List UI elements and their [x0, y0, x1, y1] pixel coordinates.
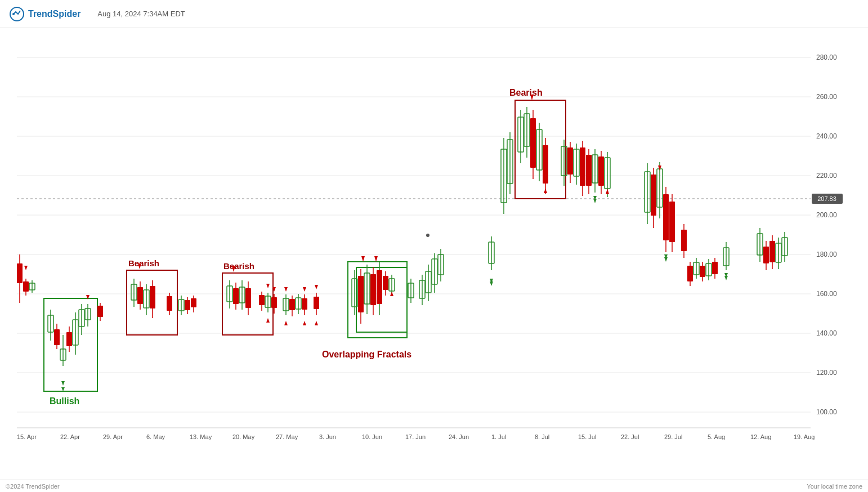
svg-text:19. Aug: 19. Aug — [794, 433, 815, 440]
svg-rect-219 — [687, 266, 693, 281]
svg-text:15. Jul: 15. Jul — [578, 433, 596, 440]
timezone: Your local time zone — [807, 483, 862, 490]
svg-text:207.83: 207.83 — [817, 195, 836, 202]
svg-rect-101 — [233, 288, 239, 304]
svg-rect-120 — [289, 299, 295, 310]
svg-rect-124 — [302, 298, 307, 310]
svg-rect-94 — [191, 298, 196, 307]
svg-text:Overlapping Fractals: Overlapping Fractals — [322, 350, 411, 359]
svg-rect-211 — [663, 194, 669, 240]
svg-text:22. Jul: 22. Jul — [621, 433, 639, 440]
svg-text:24. Jun: 24. Jun — [449, 433, 469, 440]
svg-point-153 — [426, 234, 429, 237]
ts-logo-icon — [9, 6, 25, 22]
svg-rect-92 — [185, 300, 190, 310]
svg-text:Bearish: Bearish — [223, 261, 254, 271]
svg-rect-213 — [669, 202, 675, 242]
svg-rect-113 — [271, 297, 277, 308]
svg-rect-58 — [54, 329, 60, 345]
header: TrendSpider Aug 14, 2024 7:34AM EDT — [0, 0, 868, 28]
svg-rect-128 — [314, 297, 319, 309]
svg-text:6. May: 6. May — [146, 433, 165, 440]
svg-rect-187 — [567, 147, 573, 175]
svg-rect-4 — [0, 28, 868, 464]
svg-text:200.00: 200.00 — [816, 211, 837, 219]
svg-text:120.00: 120.00 — [816, 369, 837, 377]
chart-container: 280.00 260.00 240.00 220.00 200.00 180.0… — [0, 28, 868, 464]
svg-rect-182 — [543, 145, 548, 184]
svg-text:Bullish: Bullish — [50, 396, 79, 406]
svg-text:Bearish: Bearish — [509, 88, 543, 97]
svg-rect-107 — [259, 295, 265, 305]
svg-text:100.00: 100.00 — [816, 408, 837, 416]
svg-text:140.00: 140.00 — [816, 329, 837, 337]
chart-svg: 280.00 260.00 240.00 220.00 200.00 180.0… — [0, 28, 868, 464]
svg-rect-191 — [580, 147, 585, 186]
svg-text:180.00: 180.00 — [816, 251, 837, 258]
svg-rect-105 — [245, 288, 251, 308]
svg-text:8. Jul: 8. Jul — [535, 433, 549, 440]
svg-text:3. Jun: 3. Jun — [319, 433, 336, 440]
svg-rect-143 — [370, 274, 376, 305]
footer: ©2024 TrendSpider Your local time zone — [0, 480, 868, 492]
svg-text:29. Apr: 29. Apr — [103, 433, 123, 440]
svg-text:15. Apr: 15. Apr — [17, 433, 37, 440]
svg-rect-147 — [383, 276, 388, 290]
svg-text:160.00: 160.00 — [816, 290, 837, 298]
ts-logo-text: TrendSpider — [28, 9, 80, 19]
svg-text:260.00: 260.00 — [816, 93, 837, 101]
svg-rect-197 — [598, 156, 604, 186]
svg-text:Bearish: Bearish — [128, 258, 159, 268]
svg-rect-48 — [17, 263, 23, 283]
svg-rect-86 — [150, 286, 155, 308]
svg-text:29. Jul: 29. Jul — [664, 433, 682, 440]
svg-rect-139 — [358, 276, 364, 312]
svg-text:220.00: 220.00 — [816, 172, 837, 180]
svg-rect-145 — [377, 270, 382, 304]
svg-rect-227 — [712, 262, 718, 274]
svg-text:20. May: 20. May — [232, 433, 255, 440]
svg-text:13. May: 13. May — [190, 433, 212, 440]
svg-text:27. May: 27. May — [276, 433, 298, 440]
svg-rect-75 — [97, 306, 103, 317]
svg-text:1. Jul: 1. Jul — [491, 433, 506, 440]
svg-point-1 — [12, 13, 15, 15]
trendspider-logo: TrendSpider — [9, 6, 80, 22]
svg-rect-178 — [530, 118, 536, 168]
svg-rect-88 — [167, 296, 172, 311]
svg-rect-65 — [66, 332, 72, 346]
svg-rect-50 — [23, 281, 29, 292]
svg-rect-217 — [681, 230, 687, 251]
svg-point-0 — [10, 7, 24, 21]
svg-text:10. Jun: 10. Jun — [362, 433, 382, 440]
svg-rect-206 — [651, 175, 656, 216]
svg-text:22. Apr: 22. Apr — [60, 433, 80, 440]
svg-rect-235 — [763, 247, 769, 263]
svg-rect-82 — [137, 287, 143, 304]
svg-rect-193 — [586, 155, 592, 186]
svg-text:240.00: 240.00 — [816, 132, 837, 140]
copyright: ©2024 TrendSpider — [6, 483, 60, 490]
svg-rect-223 — [700, 266, 705, 277]
svg-text:5. Aug: 5. Aug — [708, 433, 725, 440]
svg-text:280.00: 280.00 — [816, 53, 837, 61]
datetime: Aug 14, 2024 7:34AM EDT — [97, 10, 185, 18]
svg-text:12. Aug: 12. Aug — [750, 433, 771, 440]
svg-text:17. Jun: 17. Jun — [405, 433, 426, 440]
svg-rect-237 — [769, 241, 775, 262]
